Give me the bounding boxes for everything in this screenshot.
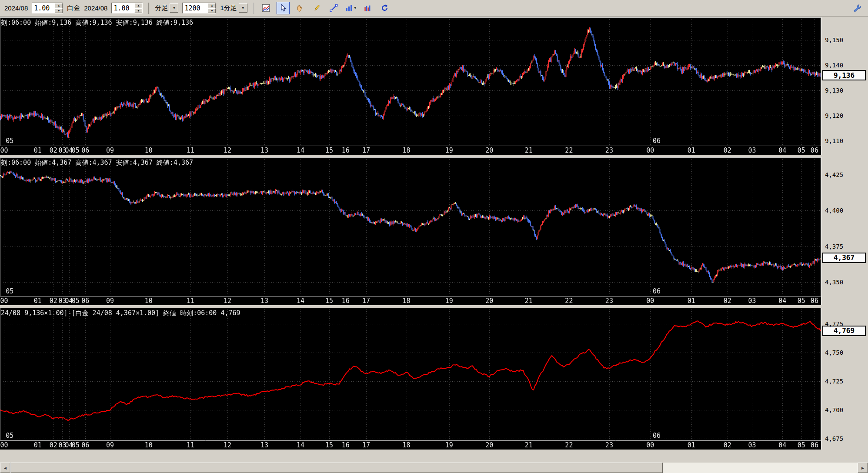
y-axis-tick-label: 4,675 bbox=[825, 435, 843, 442]
chart-canvas-3 bbox=[0, 308, 821, 450]
chevron-down-icon: ▼ bbox=[173, 6, 176, 10]
draw-pencil-button[interactable] bbox=[310, 2, 324, 14]
scrollbar-track[interactable] bbox=[10, 463, 858, 473]
spin-up-icon: ▲ bbox=[137, 4, 140, 7]
spin-down-icon: ▼ bbox=[137, 9, 140, 12]
y-axis-tick-label: 4,775 bbox=[825, 320, 843, 327]
y-axis-tick-label: 4,750 bbox=[825, 349, 843, 356]
multiplier1-spin-down-button[interactable]: ▼ bbox=[55, 8, 63, 13]
trading-app-window: 2024/08 ▲ ▼ 白金 2024/08 ▲ ▼ 分足 ▼ ▲ bbox=[0, 0, 868, 473]
spin-down-icon: ▼ bbox=[57, 9, 60, 12]
y-axis-1: 9,136 9,1509,1409,1309,1209,110 bbox=[821, 17, 868, 155]
y-axis-tick-label: 9,140 bbox=[825, 62, 843, 69]
chart-panel-2: 刻:06:00 始値:4,367 高値:4,367 安値:4,367 終値:4,… bbox=[0, 157, 868, 305]
refresh-button[interactable] bbox=[378, 2, 391, 14]
chart-canvas-2 bbox=[0, 157, 821, 305]
bar-chart-icon bbox=[345, 4, 353, 12]
scroll-right-icon: ► bbox=[861, 466, 865, 470]
bar-type-label: 分足 bbox=[155, 4, 168, 12]
refresh-icon bbox=[381, 4, 389, 12]
y-axis-3: 4,769 4,7754,7504,7254,7004,675 bbox=[821, 308, 868, 450]
info-line-3: 24/08 9,136×1.00]-[白金 24/08 4,367×1.00] … bbox=[1, 309, 240, 317]
spin-down-icon: ▼ bbox=[210, 9, 214, 12]
spin-up-icon: ▲ bbox=[210, 4, 214, 7]
multiplier2-spin-up-button[interactable]: ▲ bbox=[134, 3, 142, 8]
plot-area-3[interactable]: 24/08 9,136×1.00]-[白金 24/08 4,367×1.00] … bbox=[0, 308, 821, 450]
compare-chart-icon bbox=[262, 4, 270, 12]
chevron-down-icon: ▼ bbox=[241, 6, 245, 10]
wrench-icon bbox=[853, 4, 861, 12]
chart-panel-3: 24/08 9,136×1.00]-[白金 24/08 4,367×1.00] … bbox=[0, 308, 868, 450]
plot-area-1[interactable]: 刻:06:00 始値:9,136 高値:9,136 安値:9,136 終値:9,… bbox=[0, 17, 821, 155]
pencil-icon bbox=[313, 4, 321, 12]
multiplier2-spinbox: ▲ ▼ bbox=[111, 3, 143, 13]
spin-up-icon: ▲ bbox=[57, 4, 60, 7]
select-tool-button[interactable] bbox=[277, 2, 290, 14]
bar-count-input[interactable] bbox=[183, 3, 208, 13]
trendline-tool-button[interactable] bbox=[327, 2, 341, 14]
hand-icon bbox=[296, 4, 304, 12]
y-axis-tick-label: 9,130 bbox=[825, 87, 843, 94]
interval-dropdown-button[interactable]: ▼ bbox=[239, 3, 247, 13]
indicator-menu-button[interactable]: ▼ bbox=[344, 2, 357, 14]
last-price-box-1: 9,136 bbox=[822, 70, 866, 80]
bar-type-dropdown-button[interactable]: ▼ bbox=[170, 3, 178, 13]
y-axis-tick-label: 9,110 bbox=[825, 137, 843, 144]
bar-count-spin-down-button[interactable]: ▼ bbox=[208, 8, 216, 13]
settings-wrench-button[interactable] bbox=[851, 2, 864, 14]
y-axis-tick-label: 4,725 bbox=[825, 378, 843, 385]
y-axis-tick-label: 4,400 bbox=[825, 207, 843, 214]
scroll-left-icon: ◄ bbox=[3, 466, 7, 470]
interval-combo: 1分足 ▼ bbox=[220, 3, 247, 13]
toolbar: 2024/08 ▲ ▼ 白金 2024/08 ▲ ▼ 分足 ▼ ▲ bbox=[0, 0, 868, 17]
contract2-month-label: 2024/08 bbox=[84, 4, 107, 12]
chevron-down-icon: ▼ bbox=[354, 6, 357, 10]
contract1-month-label: 2024/08 bbox=[4, 4, 28, 12]
chart-panel-1: 刻:06:00 始値:9,136 高値:9,136 安値:9,136 終値:9,… bbox=[0, 17, 868, 155]
histogram-tool-button[interactable] bbox=[361, 2, 374, 14]
scroll-right-button[interactable]: ► bbox=[858, 463, 868, 473]
pan-tool-button[interactable] bbox=[294, 2, 307, 14]
instrument2-label: 白金 bbox=[67, 4, 80, 12]
y-axis-tick-label: 4,425 bbox=[825, 171, 843, 178]
y-axis-tick-label: 4,375 bbox=[825, 243, 843, 250]
plot-area-2[interactable]: 刻:06:00 始値:4,367 高値:4,367 安値:4,367 終値:4,… bbox=[0, 157, 821, 305]
interval-label: 1分足 bbox=[220, 4, 237, 12]
multiplier2-spin-down-button[interactable]: ▼ bbox=[134, 8, 142, 13]
horizontal-scrollbar: ◄ ► bbox=[0, 463, 868, 473]
multiplier2-input[interactable] bbox=[112, 3, 134, 13]
multiplier1-spin-up-button[interactable]: ▲ bbox=[55, 3, 63, 8]
scroll-left-button[interactable]: ◄ bbox=[0, 463, 10, 473]
compare-chart-button[interactable] bbox=[260, 2, 273, 14]
cursor-icon bbox=[279, 4, 287, 12]
bar-count-spinbox: ▲ ▼ bbox=[182, 3, 216, 13]
y-axis-tick-label: 9,150 bbox=[825, 37, 843, 43]
y-axis-tick-label: 9,120 bbox=[825, 112, 843, 119]
histogram-icon bbox=[364, 4, 372, 12]
multiplier1-spinbox: ▲ ▼ bbox=[32, 3, 63, 13]
info-line-1: 刻:06:00 始値:9,136 高値:9,136 安値:9,136 終値:9,… bbox=[1, 19, 193, 27]
bar-type-combo: 分足 ▼ bbox=[155, 3, 178, 13]
y-axis-2: 4,367 4,4254,4004,3754,350 bbox=[821, 157, 868, 305]
bar-count-spin-up-button[interactable]: ▲ bbox=[208, 3, 216, 8]
last-price-box-2: 4,367 bbox=[822, 253, 866, 263]
scrollbar-thumb[interactable] bbox=[10, 463, 663, 473]
y-axis-tick-label: 4,350 bbox=[825, 279, 843, 286]
y-axis-tick-label: 4,700 bbox=[825, 406, 843, 413]
toolbar-separator bbox=[148, 3, 149, 14]
chart-canvas-1 bbox=[0, 17, 821, 155]
multiplier1-input[interactable] bbox=[32, 3, 55, 13]
info-line-2: 刻:06:00 始値:4,367 高値:4,367 安値:4,367 終値:4,… bbox=[1, 159, 193, 167]
trendline-icon bbox=[330, 4, 338, 12]
toolbar-separator bbox=[253, 3, 254, 14]
